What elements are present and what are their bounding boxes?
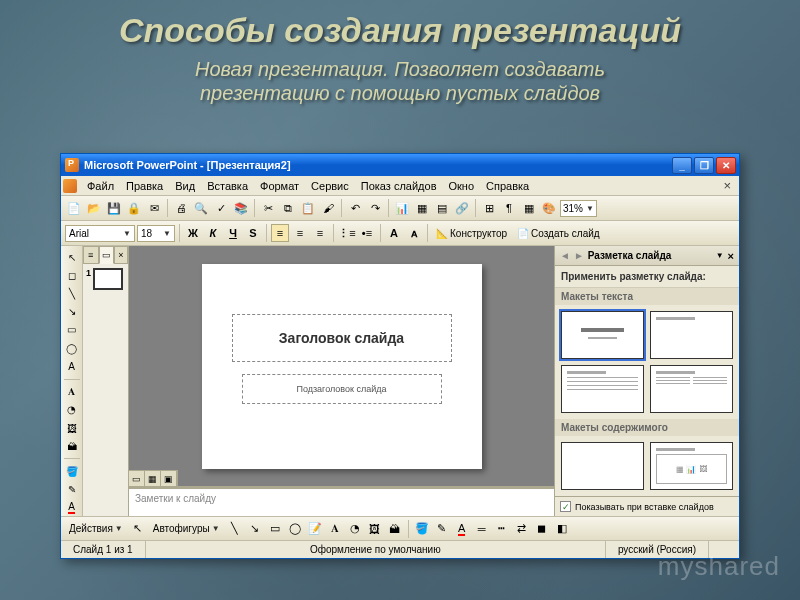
clipart-button[interactable]: 🖼 [366,520,384,538]
minimize-button[interactable]: _ [672,157,692,174]
picture-tool[interactable]: 🏔 [63,438,80,454]
layout-title-slide[interactable] [561,311,644,359]
research-button[interactable]: 📚 [232,199,250,217]
shadow-style-button[interactable]: ◼ [533,520,551,538]
wordart-button[interactable]: 𝐀 [326,520,344,538]
outline-tab[interactable]: ≡ [83,246,99,264]
arrow-button[interactable]: ↘ [246,520,264,538]
clipart-tool[interactable]: 🖼 [63,420,80,436]
rectangle-tool[interactable]: ▭ [63,322,80,338]
slideshow-view-button[interactable]: ▣ [161,471,177,486]
redo-button[interactable]: ↷ [366,199,384,217]
arrow-style-button[interactable]: ⇄ [513,520,531,538]
subtitle-placeholder[interactable]: Подзаголовок слайда [242,374,442,404]
font-selector[interactable]: Arial▼ [65,225,135,242]
copy-button[interactable]: ⧉ [279,199,297,217]
menu-edit[interactable]: Правка [120,178,169,194]
menu-window[interactable]: Окно [443,178,481,194]
underline-button[interactable]: Ч [224,224,242,242]
line-color-tool[interactable]: ✎ [63,482,80,498]
rectangle-button[interactable]: ▭ [266,520,284,538]
new-button[interactable]: 📄 [65,199,83,217]
align-center-button[interactable]: ≡ [291,224,309,242]
select-tool[interactable]: ↖ [63,249,80,265]
slides-tab[interactable]: ▭ [99,246,115,264]
wordart-tool[interactable]: 𝐀 [63,383,80,399]
taskpane-dropdown[interactable]: ▼ [716,251,724,260]
diagram-tool[interactable]: ◔ [63,402,80,418]
close-button[interactable]: ✕ [716,157,736,174]
increase-font-button[interactable]: A [385,224,403,242]
grid-button[interactable]: ▦ [520,199,538,217]
numbering-button[interactable]: ⋮≡ [338,224,356,242]
font-color-tool[interactable]: A [63,500,80,516]
undo-button[interactable]: ↶ [346,199,364,217]
textbox-button[interactable]: 📝 [306,520,324,538]
menu-slideshow[interactable]: Показ слайдов [355,178,443,194]
align-left-button[interactable]: ≡ [271,224,289,242]
normal-view-button[interactable]: ▭ [129,471,145,486]
autoshapes-tool[interactable]: ◻ [63,267,80,283]
email-button[interactable]: ✉ [145,199,163,217]
doc-close-button[interactable]: × [717,178,737,193]
textbox-tool[interactable]: A [63,358,80,374]
decrease-font-button[interactable]: ᴀ [405,224,423,242]
layout-content[interactable]: ▦ 📊 🖼 [650,442,733,490]
designer-button[interactable]: 📐Конструктор [432,228,511,239]
taskpane-forward-button[interactable]: ► [574,250,584,261]
sorter-view-button[interactable]: ▦ [145,471,161,486]
layout-title-only[interactable] [650,311,733,359]
menu-view[interactable]: Вид [169,178,201,194]
bullets-button[interactable]: •≡ [358,224,376,242]
menu-help[interactable]: Справка [480,178,535,194]
new-slide-button[interactable]: 📄Создать слайд [513,228,604,239]
line-button[interactable]: ╲ [226,520,244,538]
slide-canvas[interactable]: Заголовок слайда Подзаголовок слайда [202,264,482,469]
dash-style-button[interactable]: ┅ [493,520,511,538]
taskpane-title[interactable]: Разметка слайда [588,250,712,261]
line-tool[interactable]: ╲ [63,285,80,301]
layout-title-text[interactable] [561,365,644,413]
save-button[interactable]: 💾 [105,199,123,217]
diagram-button[interactable]: ◔ [346,520,364,538]
oval-button[interactable]: ◯ [286,520,304,538]
cut-button[interactable]: ✂ [259,199,277,217]
print-button[interactable]: 🖨 [172,199,190,217]
maximize-button[interactable]: ❐ [694,157,714,174]
color-button[interactable]: 🎨 [540,199,558,217]
slide-thumbnail[interactable]: 1 [86,268,125,290]
format-painter-button[interactable]: 🖌 [319,199,337,217]
align-right-button[interactable]: ≡ [311,224,329,242]
menu-format[interactable]: Формат [254,178,305,194]
zoom-selector[interactable]: 31%▼ [560,200,597,217]
bold-button[interactable]: Ж [184,224,202,242]
font-size-selector[interactable]: 18▼ [137,225,175,242]
paste-button[interactable]: 📋 [299,199,317,217]
insert-picture-button[interactable]: 🏔 [386,520,404,538]
actions-dropdown[interactable]: Действия ▼ [65,523,127,534]
show-on-insert-checkbox[interactable]: ✓ [560,501,571,512]
tabs-close-button[interactable]: × [114,246,128,264]
menu-insert[interactable]: Вставка [201,178,254,194]
permission-button[interactable]: 🔒 [125,199,143,217]
line-style-button[interactable]: ═ [473,520,491,538]
menu-tools[interactable]: Сервис [305,178,355,194]
spell-button[interactable]: ✓ [212,199,230,217]
italic-button[interactable]: К [204,224,222,242]
arrow-tool[interactable]: ↘ [63,304,80,320]
layout-blank[interactable] [561,442,644,490]
autoshapes-dropdown[interactable]: Автофигуры ▼ [149,523,224,534]
open-button[interactable]: 📂 [85,199,103,217]
title-placeholder[interactable]: Заголовок слайда [232,314,452,362]
preview-button[interactable]: 🔍 [192,199,210,217]
font-color-button[interactable]: A [453,520,471,538]
line-color-button[interactable]: ✎ [433,520,451,538]
hyperlink-button[interactable]: 🔗 [453,199,471,217]
shadow-button[interactable]: S [244,224,262,242]
fill-color-tool[interactable]: 🪣 [63,463,80,479]
expand-button[interactable]: ⊞ [480,199,498,217]
show-formatting-button[interactable]: ¶ [500,199,518,217]
oval-tool[interactable]: ◯ [63,340,80,356]
menu-file[interactable]: Файл [81,178,120,194]
slide-area[interactable]: Заголовок слайда Подзаголовок слайда ▭ ▦… [129,246,554,486]
